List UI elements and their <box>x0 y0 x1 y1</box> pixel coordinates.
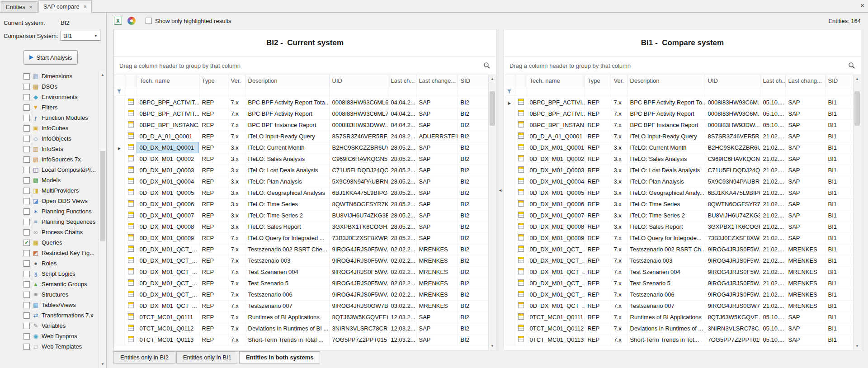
table-row[interactable]: 0TCT_MC01_Q0113REP7.xShort-Term Trends i… <box>114 334 488 345</box>
column-header-description[interactable]: Description <box>627 75 705 87</box>
tab-entities[interactable]: Entities × <box>1 1 38 12</box>
tree-item-infocubes[interactable]: ▣InfoCubes <box>0 123 98 133</box>
table-row[interactable]: 0D_DX_M01_Q0004REP3.xITeLO: Plan Analysi… <box>504 176 853 187</box>
filter-row[interactable] <box>504 87 853 97</box>
column-header-sid[interactable]: SID <box>458 75 488 87</box>
tree-item-function-modules[interactable]: ƒFunction Modules <box>0 113 98 123</box>
scrollbar-track[interactable] <box>99 79 106 360</box>
table-row[interactable]: 0D_DX_M01_Q0009REP7.xITeLO Query for Int… <box>114 232 488 244</box>
checkbox-icon[interactable] <box>24 94 30 100</box>
checkbox-icon[interactable] <box>24 146 30 152</box>
scrollbar-track[interactable] <box>489 83 496 342</box>
checkbox-icon[interactable] <box>24 156 30 163</box>
tree-item-models[interactable]: ▩Models <box>0 175 98 185</box>
table-row[interactable]: 0D_DX_M01_Q0008REP3.xITeLO: Sales Report… <box>114 221 488 232</box>
checkbox-icon[interactable] <box>24 219 30 225</box>
table-row[interactable]: 0TCT_MC01_Q0111REP7.xRuntimes of BI Appl… <box>114 311 488 323</box>
checkbox-icon[interactable] <box>24 198 30 204</box>
comparison-system-select[interactable]: BI1 ▼ <box>61 31 100 41</box>
column-header-uid[interactable]: UID <box>705 75 760 87</box>
checkbox-icon[interactable]: ✓ <box>24 240 30 246</box>
checkbox-icon[interactable] <box>24 250 30 256</box>
table-row[interactable]: 0BPC_BPF_ACTIVIT...REP7.xBPC BPF Activit… <box>114 97 488 108</box>
table-row[interactable]: 0D_DX_M01_Q0004REP3.xITeLO: Plan Analysi… <box>114 176 488 187</box>
tree-item-tables-views[interactable]: ▦Tables/Views <box>0 300 98 310</box>
table-row[interactable]: 0D_DX_M01_QCT_...REP7.xTestszenario 0079… <box>114 300 488 311</box>
table-row[interactable]: 0D_DX_M01_QCT_...REP7.xTestszenario 0079… <box>504 300 853 311</box>
tree-item-open-ods-views[interactable]: ◪Open ODS Views <box>0 196 98 206</box>
column-header-last-changed[interactable]: Last ch... <box>388 75 416 87</box>
table-row[interactable]: ▶0D_DX_M01_Q0001REP3.xITeLO: Current Mon… <box>114 142 488 153</box>
checkbox-icon[interactable] <box>24 177 30 184</box>
scroll-down-icon[interactable]: ▼ <box>99 360 106 368</box>
table-row[interactable]: 0D_DX_M01_Q0009REP7.xITeLO Query for Int… <box>504 232 853 244</box>
checkbox-icon[interactable] <box>24 84 30 90</box>
show-only-highlighted-checkbox[interactable]: Show only highlighted results <box>146 18 231 24</box>
column-header-description[interactable]: Description <box>245 75 329 87</box>
tab-sap-compare[interactable]: SAP compare × <box>38 0 92 13</box>
table-row[interactable]: 0D_DX_M01_Q0001REP3.xITeLO: Current Mont… <box>504 142 853 153</box>
table-row[interactable]: 0D_DX_M01_QCT_...REP7.xTest Szenario 59I… <box>504 278 853 289</box>
tree-item-infoobjects[interactable]: ◇InfoObjects <box>0 133 98 144</box>
tree-item-planning-sequences[interactable]: ≡Planning Sequences <box>0 217 98 227</box>
column-header-sid[interactable]: SID <box>825 75 853 87</box>
tree-item-semantic-groups[interactable]: ▲Semantic Groups <box>0 279 98 289</box>
table-row[interactable]: 0TCT_MC01_Q0113REP7.xShort-Term Trends i… <box>504 334 853 345</box>
scroll-down-icon[interactable]: ▼ <box>489 342 496 350</box>
checkbox-icon[interactable] <box>24 167 30 173</box>
table-row[interactable]: 0BPC_BPF_INSTAN...REP7.xBPC BPF Instance… <box>504 119 853 131</box>
checkbox-icon[interactable] <box>24 229 30 236</box>
table-row[interactable]: 0BPC_BPF_ACTIVIT...REP7.xBPC BPF Activit… <box>114 108 488 119</box>
table-row[interactable]: 0D_DX_M01_Q0002REP3.xITeLO: Sales Analys… <box>114 153 488 165</box>
table-row[interactable]: 0D_DX_M01_Q0006REP3.xITeLO: Time Series8… <box>504 198 853 210</box>
grid-scrollbar[interactable]: ▲ ▼ <box>488 75 496 350</box>
tree-item-environments[interactable]: ◆Environments <box>0 92 98 102</box>
close-icon[interactable]: × <box>860 2 864 9</box>
tree-item-dsos[interactable]: ▤DSOs <box>0 81 98 92</box>
table-row[interactable]: 0D_DX_M01_QCT_...REP7.xTestszenario 002 … <box>504 244 853 255</box>
tree-item-restricted-key-fig[interactable]: ◩Restricted Key Fig... <box>0 248 98 258</box>
table-row[interactable]: 0D_DX_M01_Q0005REP3.xITeLO: Geographical… <box>504 187 853 198</box>
tree-item-infosources-7x[interactable]: ▨InfoSources 7x <box>0 154 98 165</box>
checkbox-icon[interactable] <box>24 312 30 319</box>
column-header-type[interactable]: Type <box>585 75 611 87</box>
column-header-tech-name[interactable]: Tech. name <box>137 75 199 87</box>
tree-item-variables[interactable]: ✎Variables <box>0 321 98 331</box>
table-row[interactable]: 0D_D_A_01_Q0001REP7.xITeLO Input-Ready Q… <box>504 131 853 142</box>
scroll-up-icon[interactable]: ▲ <box>854 75 861 83</box>
tree-item-infosets[interactable]: ▥InfoSets <box>0 144 98 154</box>
table-row[interactable]: 0D_DX_M01_QCT_...REP7.xTestszenaio 0039I… <box>114 255 488 266</box>
tree-item-transformations-7-x[interactable]: ⇄Transformations 7.x <box>0 310 98 321</box>
tree-item-structures[interactable]: ≡Structures <box>0 289 98 300</box>
checkbox-icon[interactable] <box>24 136 30 142</box>
tree-item-filters[interactable]: ▼Filters <box>0 102 98 113</box>
checkbox-icon[interactable] <box>24 271 30 277</box>
checkbox-icon[interactable] <box>24 260 30 267</box>
column-header-last-changed-by[interactable]: Last change... <box>416 75 458 87</box>
grid-scrollbar[interactable]: ▲ ▼ <box>853 75 861 350</box>
close-icon[interactable]: × <box>29 5 33 10</box>
checkbox-icon[interactable] <box>24 208 30 215</box>
scrollbar-track[interactable] <box>854 83 861 342</box>
column-header-tech-name[interactable]: Tech. name <box>527 75 585 87</box>
checkbox-icon[interactable] <box>24 292 30 298</box>
table-row[interactable]: 0TCT_MC01_Q0111REP7.xRuntimes of BI Appl… <box>504 311 853 323</box>
panel-splitter[interactable]: ◄ <box>496 29 504 350</box>
table-row[interactable]: ▶0BPC_BPF_ACTIVI...REP7.xBPC BPF Activit… <box>504 97 853 108</box>
table-row[interactable]: 0TCT_MC01_Q0112REP7.xDeviations in Runti… <box>114 323 488 334</box>
table-row[interactable]: 0D_DX_M01_Q0007REP3.xITeLO: Time Series … <box>504 210 853 221</box>
group-by-bar[interactable]: Drag a column header to group by that co… <box>504 56 861 75</box>
tree-item-roles[interactable]: ●Roles <box>0 258 98 269</box>
table-row[interactable]: 0D_DX_M01_Q0006REP3.xITeLO: Time Series8… <box>114 198 488 210</box>
tree-item-process-chains[interactable]: ∞Process Chains <box>0 227 98 237</box>
search-icon[interactable] <box>848 62 855 69</box>
table-row[interactable]: 0D_DX_M01_Q0003REP3.xITeLO: Lost Deals A… <box>114 165 488 176</box>
column-header-version[interactable]: Ver. <box>228 75 245 87</box>
checkbox-icon[interactable] <box>24 104 30 111</box>
scrollbar-thumb[interactable] <box>100 151 105 241</box>
header-icon-col[interactable] <box>125 75 137 87</box>
header-icon-col[interactable] <box>515 75 527 87</box>
table-row[interactable]: 0TCT_MC01_Q0112REP7.xDeviations in Runti… <box>504 323 853 334</box>
pinwheel-icon[interactable] <box>127 17 136 25</box>
table-row[interactable]: 0D_DX_M01_QCT_...REP7.xTestszenario 002 … <box>114 244 488 255</box>
